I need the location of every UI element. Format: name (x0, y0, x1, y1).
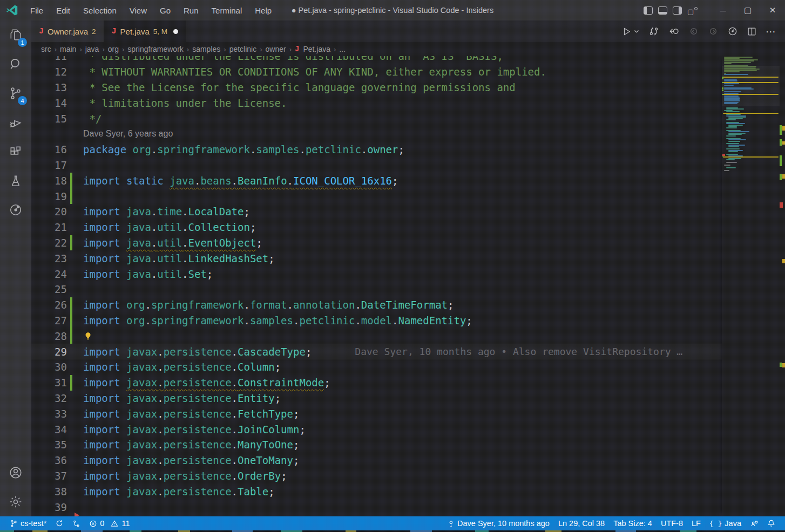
tab-size-indicator[interactable]: Tab Size: 4 (609, 516, 657, 530)
next-change-icon[interactable] (708, 26, 719, 37)
code-line[interactable]: 16package org.springframework.samples.pe… (31, 142, 722, 158)
line-number[interactable]: 21 (31, 221, 67, 233)
notifications-button[interactable] (763, 516, 780, 530)
breadcrumb-item[interactable]: petclinic (229, 45, 257, 53)
line-number[interactable]: 14 (31, 97, 67, 109)
line-number[interactable]: 38 (31, 486, 67, 497)
line-number[interactable]: 30 (31, 361, 67, 373)
line-number[interactable]: 37 (31, 470, 67, 482)
breadcrumb-item[interactable]: org (108, 45, 119, 53)
tab-owner-java[interactable]: J Owner.java 2 (31, 21, 104, 42)
compare-changes-icon[interactable] (648, 26, 659, 37)
line-number[interactable]: 11 (31, 56, 67, 62)
code-line[interactable]: 12 * WITHOUT WARRANTIES OR CONDITIONS OF… (31, 64, 722, 80)
line-number[interactable]: 16 (31, 144, 67, 155)
sync-button[interactable] (51, 516, 68, 530)
sidebar-item-explorer[interactable]: 1 (0, 21, 31, 50)
restore-button[interactable]: ▢ (735, 0, 760, 21)
code-line[interactable]: 32import javax.persistence.Entity; (31, 391, 722, 406)
customize-layout-icon[interactable] (687, 6, 696, 15)
line-number[interactable]: 13 (31, 81, 67, 93)
line-number[interactable]: 25 (31, 283, 67, 295)
line-number[interactable]: 35 (31, 439, 67, 451)
code-line[interactable]: 14 * limitations under the License. (31, 95, 722, 111)
line-number[interactable]: 15 (31, 113, 67, 125)
minimap[interactable] (722, 56, 780, 516)
code-line[interactable]: 36import javax.persistence.OneToMany; (31, 453, 722, 468)
file-history-toolbar-icon[interactable] (727, 26, 738, 37)
tab-pet-java[interactable]: J Pet.java 5, M (104, 21, 186, 42)
code-line[interactable]: 26import org.springframework.format.anno… (31, 297, 722, 313)
code-line[interactable]: 34import javax.persistence.JoinColumn; (31, 421, 722, 437)
menu-terminal[interactable]: Terminal (206, 4, 248, 17)
menu-view[interactable]: View (124, 4, 152, 17)
account-button[interactable] (0, 458, 31, 487)
breadcrumb-item[interactable]: samples (192, 45, 220, 53)
encoding-indicator[interactable]: UTF-8 (657, 516, 687, 530)
editor-pane[interactable]: 11 * distributed under the License is di… (31, 56, 785, 516)
close-button[interactable]: ✕ (760, 0, 785, 21)
breadcrumb-item-file[interactable]: Pet.java (303, 45, 330, 53)
code-line[interactable]: 21import java.util.Collection; (31, 220, 722, 235)
line-number[interactable]: 32 (31, 392, 67, 404)
breadcrumb-item[interactable]: main (60, 45, 76, 53)
sidebar-item-testing[interactable] (0, 166, 31, 195)
code-line[interactable]: 31import javax.persistence.ConstraintMod… (31, 375, 722, 391)
eol-indicator[interactable]: LF (687, 516, 705, 530)
sidebar-item-run-debug[interactable] (0, 108, 31, 137)
breadcrumb-item[interactable]: springframework (127, 45, 183, 53)
menu-run[interactable]: Run (178, 4, 204, 17)
line-number[interactable]: 39 (31, 501, 67, 513)
open-changes-icon[interactable] (668, 26, 680, 37)
git-compare-button[interactable] (68, 516, 85, 530)
language-indicator[interactable]: { } Java (705, 516, 746, 530)
line-number[interactable]: 33 (31, 408, 67, 420)
line-number[interactable]: 20 (31, 206, 67, 217)
code-line[interactable]: 19 (31, 188, 722, 204)
line-number[interactable]: 34 (31, 424, 67, 435)
menu-selection[interactable]: Selection (78, 4, 122, 17)
more-actions-icon[interactable]: ⋯ (766, 25, 776, 38)
code-line[interactable]: 35import javax.persistence.ManyToOne; (31, 437, 722, 453)
toggle-panel-icon[interactable] (658, 6, 667, 15)
line-number[interactable]: 17 (31, 159, 67, 171)
code-line[interactable]: 38import javax.persistence.Table; (31, 483, 722, 499)
menu-go[interactable]: Go (154, 4, 176, 17)
line-number[interactable]: 36 (31, 454, 67, 466)
code-line[interactable]: 25 (31, 282, 722, 297)
line-number[interactable]: 22 (31, 237, 67, 249)
code-line[interactable]: 24import java.util.Set; (31, 266, 722, 282)
code-line[interactable]: 27import org.springframework.samples.pet… (31, 313, 722, 329)
branch-indicator[interactable]: cs-test* (5, 516, 51, 530)
breadcrumb-item[interactable]: owner (266, 45, 286, 53)
toggle-primary-sidebar-icon[interactable] (644, 6, 653, 15)
line-number[interactable]: 29 (31, 346, 67, 358)
overview-ruler-scrollbar[interactable] (780, 56, 785, 516)
menu-file[interactable]: File (25, 4, 49, 17)
line-number[interactable]: 24 (31, 268, 67, 280)
sidebar-item-extensions[interactable] (0, 137, 31, 166)
code-line[interactable]: 33import javax.persistence.FetchType; (31, 406, 722, 421)
line-number[interactable]: 12 (31, 66, 67, 78)
settings-button[interactable] (0, 487, 31, 516)
line-number[interactable]: 19 (31, 190, 67, 202)
line-number[interactable]: 31 (31, 377, 67, 388)
problems-indicator[interactable]: 0 11 (85, 516, 134, 530)
code-line[interactable]: 29import javax.persistence.CascadeType;D… (31, 344, 722, 359)
codelens-row[interactable]: Dave Syer, 6 years ago (31, 126, 722, 142)
breadcrumb-item[interactable]: src (41, 45, 51, 53)
code-line[interactable]: 17 (31, 158, 722, 173)
code-line[interactable]: 37import javax.persistence.OrderBy; (31, 468, 722, 484)
code-line[interactable]: 13 * See the License for the specific la… (31, 80, 722, 96)
feedback-button[interactable] (746, 516, 763, 530)
lightbulb-icon[interactable] (83, 331, 93, 342)
sidebar-item-file-history[interactable] (0, 195, 31, 224)
line-number[interactable]: 26 (31, 299, 67, 311)
breadcrumb-item[interactable]: java (85, 45, 99, 53)
code-line[interactable]: 28 (31, 328, 722, 344)
minimize-button[interactable]: ─ (710, 0, 735, 21)
breadcrumb-item[interactable]: ... (339, 45, 346, 53)
unsaved-dot-icon[interactable] (173, 29, 178, 34)
code-line[interactable]: 23import java.util.LinkedHashSet; (31, 250, 722, 266)
menu-edit[interactable]: Edit (51, 4, 76, 17)
